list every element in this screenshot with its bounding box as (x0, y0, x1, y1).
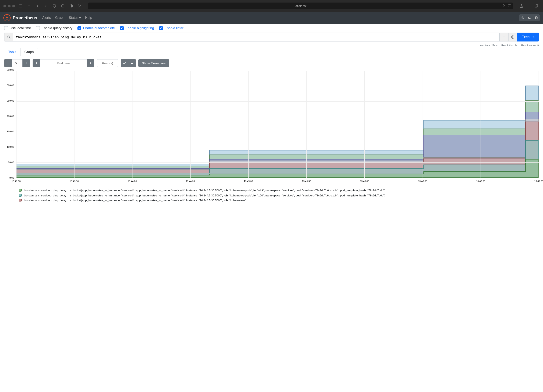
exemplars-button[interactable]: Show Exemplars (138, 59, 169, 67)
y-tick-label: 250.00 (7, 99, 14, 102)
area-chart-icon[interactable] (128, 59, 136, 67)
time-prev-button[interactable] (33, 59, 40, 67)
moon-icon[interactable] (526, 14, 533, 21)
nav-help[interactable]: Help (85, 16, 92, 20)
legend-swatch (19, 194, 22, 197)
charttype-group (121, 59, 136, 67)
y-tick-label: 300.00 (7, 84, 14, 87)
stat-resolution: Resolution: 1s (501, 44, 517, 47)
x-tick-label: 13:47:30 (534, 180, 543, 182)
prometheus-logo-icon (3, 14, 11, 21)
tab-table[interactable]: Table (4, 48, 20, 56)
nav-links: Alerts Graph Status▾ Help (42, 16, 92, 20)
checkbox[interactable] (4, 26, 8, 30)
tabs: Table Graph (0, 48, 543, 56)
opt-autocomplete[interactable]: Enable autocomplete (77, 26, 115, 30)
graph-controls: − + Show Exemplars (0, 56, 543, 70)
shield-icon[interactable] (51, 3, 57, 9)
svg-point-2 (61, 5, 64, 7)
url-bar[interactable]: localhost (88, 3, 513, 9)
opt-linter[interactable]: Enable linter (159, 26, 183, 30)
x-tick-label: 13:44:00 (128, 180, 137, 182)
svg-point-9 (522, 17, 523, 18)
range-plus-button[interactable]: + (23, 59, 30, 67)
range-input[interactable] (12, 59, 23, 67)
circle-icon[interactable] (60, 3, 66, 9)
half-circle-icon[interactable] (68, 3, 74, 9)
browser-chrome: localhost (0, 0, 543, 12)
nav-alerts[interactable]: Alerts (42, 16, 51, 20)
x-tick-label: 13:45:30 (302, 180, 311, 182)
checkbox[interactable] (36, 26, 40, 30)
endtime-input[interactable] (40, 59, 87, 67)
legend-item[interactable]: thorstenhans_serviceb_ping_delay_ms_buck… (19, 193, 539, 198)
svg-line-12 (10, 38, 10, 38)
brand-text: Prometheus (13, 16, 37, 20)
plus-icon[interactable] (526, 3, 532, 9)
y-tick-label: 350.00 (7, 68, 14, 71)
svg-rect-8 (535, 5, 537, 7)
legend-swatch (19, 189, 22, 192)
resolution-input[interactable] (97, 59, 118, 67)
range-group: − + (4, 59, 30, 67)
x-tick-label: 13:45:00 (244, 180, 253, 182)
svg-point-11 (8, 36, 10, 38)
back-icon[interactable] (34, 3, 40, 9)
traffic-min[interactable] (8, 5, 11, 7)
sun-icon[interactable] (519, 14, 526, 21)
opt-highlighting[interactable]: Enable highlighting (120, 26, 154, 30)
nav-status[interactable]: Status▾ (69, 16, 81, 20)
tab-graph[interactable]: Graph (20, 48, 38, 56)
theme-switcher (519, 14, 540, 21)
legend: thorstenhans_serviceb_ping_delay_ms_buck… (0, 184, 543, 203)
legend-swatch (19, 199, 22, 201)
traffic-max[interactable] (12, 5, 15, 7)
range-minus-button[interactable]: − (4, 59, 12, 67)
share-icon[interactable] (518, 3, 524, 9)
x-tick-label: 13:46:30 (418, 180, 427, 182)
contrast-icon[interactable] (533, 14, 540, 21)
svg-rect-7 (536, 5, 538, 7)
checkbox[interactable] (159, 26, 163, 30)
tabs-icon[interactable] (534, 3, 540, 9)
traffic-lights (3, 5, 15, 7)
rss-icon[interactable] (77, 3, 83, 9)
svg-point-4 (79, 7, 79, 7)
checkbox[interactable] (77, 26, 81, 30)
translate-icon[interactable] (502, 4, 506, 8)
chart[interactable]: 0.0050.00100.00150.00200.00250.00300.003… (4, 70, 539, 184)
y-tick-label: 150.00 (7, 130, 14, 133)
reload-icon[interactable] (508, 4, 511, 8)
forward-icon[interactable] (43, 3, 49, 9)
x-tick-label: 13:43:00 (12, 180, 21, 182)
search-icon (4, 33, 13, 41)
stat-series: Result series: 9 (521, 44, 539, 47)
chevron-down-icon[interactable] (26, 3, 32, 9)
nav-graph[interactable]: Graph (55, 16, 65, 20)
url-text: localhost (295, 4, 306, 8)
query-stats: Load time: 22ms Resolution: 1s Result se… (0, 43, 543, 48)
opt-local-time[interactable]: Use local time (4, 26, 31, 30)
endtime-group (33, 59, 94, 67)
sidebar-icon[interactable] (17, 3, 23, 9)
execute-button[interactable]: Execute (517, 33, 539, 41)
checkbox[interactable] (120, 26, 124, 30)
time-next-button[interactable] (87, 59, 94, 67)
chevron-down-icon: ▾ (79, 16, 81, 20)
globe-icon[interactable] (509, 33, 517, 41)
x-tick-label: 13:46:00 (360, 180, 369, 182)
traffic-close[interactable] (3, 5, 6, 7)
svg-rect-0 (19, 5, 22, 7)
opt-query-history[interactable]: Enable query history (36, 26, 72, 30)
brand[interactable]: Prometheus (3, 14, 37, 21)
query-row: Execute (0, 33, 543, 43)
query-input[interactable] (13, 33, 500, 41)
format-icon[interactable] (500, 33, 509, 41)
legend-text: thorstenhans_serviceb_ping_delay_ms_buck… (24, 198, 246, 203)
legend-item[interactable]: thorstenhans_serviceb_ping_delay_ms_buck… (19, 198, 539, 203)
legend-item[interactable]: thorstenhans_serviceb_ping_delay_ms_buck… (19, 188, 539, 193)
line-chart-icon[interactable] (121, 59, 128, 67)
x-tick-label: 13:47:00 (476, 180, 485, 182)
y-tick-label: 100.00 (7, 146, 14, 148)
legend-text: thorstenhans_serviceb_ping_delay_ms_buck… (24, 193, 385, 198)
